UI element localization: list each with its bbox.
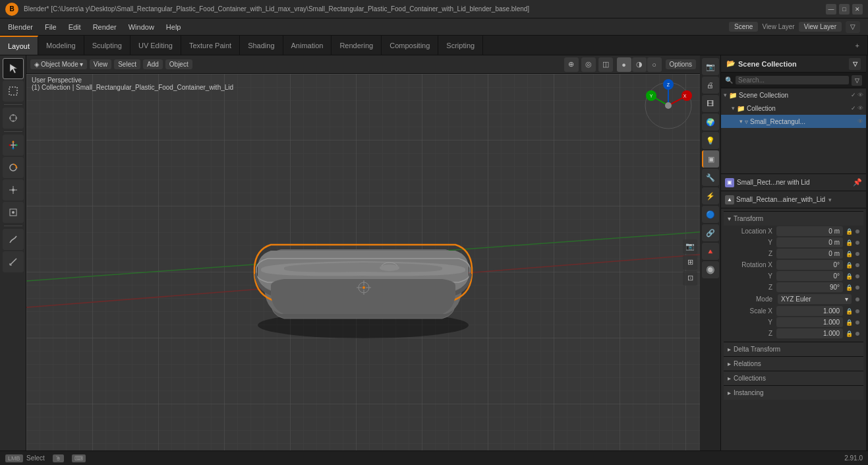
xray-btn[interactable]: ◫	[598, 57, 613, 72]
rendered-btn[interactable]: ○	[647, 57, 662, 72]
keyframe-rx-dot[interactable]	[855, 263, 859, 267]
location-z-field[interactable]: 0 m	[776, 249, 843, 259]
outliner-scene-collection[interactable]: ▾ 📁 Scene Collection ✓ 👁	[721, 88, 866, 102]
keyframe-sx-dot[interactable]	[855, 309, 859, 313]
zoom-extents-icon[interactable]: ⊡	[683, 271, 697, 286]
outliner-collection[interactable]: ▾ 📁 Collection ✓ 👁	[721, 102, 866, 115]
select-menu-btn[interactable]: Select	[114, 59, 140, 69]
options-btn[interactable]: Options	[666, 59, 696, 69]
minimize-button[interactable]: —	[826, 4, 836, 15]
location-x-field[interactable]: 0 m	[776, 226, 843, 236]
prop-tab-render[interactable]: 📷	[702, 58, 719, 75]
cursor-btn[interactable]	[3, 108, 24, 129]
tab-rendering[interactable]: Rendering	[332, 36, 382, 55]
lock-y-icon[interactable]: 🔒	[846, 239, 853, 246]
rotation-x-field[interactable]: 0°	[776, 260, 843, 270]
filter-icon[interactable]: ▽	[846, 21, 860, 33]
instancing-header[interactable]: ▸ Instancing	[724, 385, 863, 400]
menu-edit[interactable]: Edit	[63, 22, 86, 32]
lock-rx-icon[interactable]: 🔒	[846, 262, 853, 268]
dropdown-arrow[interactable]: ▾	[828, 197, 832, 203]
menu-help[interactable]: Help	[161, 22, 187, 32]
prop-tab-object[interactable]: ▣	[702, 150, 719, 168]
menu-window[interactable]: Window	[123, 22, 159, 32]
visibility-check-icon[interactable]: ✓	[851, 92, 856, 98]
menu-blender[interactable]: Blender	[3, 22, 38, 32]
lock-x-icon[interactable]: 🔒	[846, 228, 853, 235]
outliner-object-item[interactable]: ▾ ▿ Small_Rectangul... 👁	[721, 115, 866, 128]
navigation-gizmo[interactable]: X Y Z	[642, 79, 695, 132]
prop-tab-output[interactable]: 🖨	[702, 77, 719, 94]
rotation-z-field[interactable]: 90°	[776, 282, 843, 292]
scale-x-field[interactable]: 1.000	[776, 306, 843, 316]
scale-z-field[interactable]: 1.000	[776, 328, 843, 338]
viewlayer-selector[interactable]: View Layer	[799, 22, 842, 32]
eye-icon-2[interactable]: 👁	[857, 105, 863, 111]
transform-btn[interactable]	[3, 202, 24, 223]
prop-tab-scene[interactable]: 🌍	[702, 113, 719, 131]
grid-view-icon[interactable]: ⊞	[683, 255, 697, 270]
lock-ry-icon[interactable]: 🔒	[846, 273, 853, 280]
rotate-btn[interactable]	[3, 157, 24, 178]
delta-transform-header[interactable]: ▸ Delta Transform	[724, 342, 863, 356]
prop-tab-view[interactable]: 🎞	[702, 95, 719, 112]
keyframe-sz-dot[interactable]	[855, 332, 859, 336]
box-select-btn[interactable]	[3, 80, 24, 102]
menu-file[interactable]: File	[40, 22, 62, 32]
select-tool-btn[interactable]	[3, 58, 24, 79]
lock-rz-icon[interactable]: 🔒	[846, 284, 853, 291]
transform-section-header[interactable]: ▾ Transform	[724, 211, 863, 226]
menu-render[interactable]: Render	[88, 22, 122, 32]
eye-icon-3[interactable]: 👁	[857, 118, 863, 125]
collections-header[interactable]: ▸ Collections	[724, 371, 863, 385]
lock-sx-icon[interactable]: 🔒	[846, 308, 853, 315]
tab-modeling[interactable]: Modeling	[38, 36, 84, 55]
lock-sz-icon[interactable]: 🔒	[846, 330, 853, 337]
object-menu-btn[interactable]: Object	[165, 59, 192, 69]
move-btn[interactable]	[3, 135, 24, 156]
eye-icon[interactable]: 👁	[857, 92, 863, 98]
tab-compositing[interactable]: Compositing	[382, 36, 438, 55]
scale-y-field[interactable]: 1.000	[776, 317, 843, 327]
pin-icon[interactable]: 📌	[853, 178, 862, 187]
gizmo-btn[interactable]: ⊕	[564, 57, 579, 72]
view-menu-btn[interactable]: View	[90, 59, 112, 69]
annotate-btn[interactable]	[3, 229, 24, 250]
tab-animation[interactable]: Animation	[283, 36, 332, 55]
scene-selector[interactable]: Scene	[729, 22, 758, 32]
keyframe-rz-dot[interactable]	[855, 286, 859, 290]
prop-tab-modifiers[interactable]: 🔧	[702, 169, 719, 186]
solid-shading-btn[interactable]: ●	[617, 57, 631, 72]
keyframe-mode-dot[interactable]	[855, 297, 859, 301]
material-preview-btn[interactable]: ◑	[632, 57, 647, 72]
prop-tab-material[interactable]: 🔘	[702, 261, 719, 278]
rotation-mode-select[interactable]: XYZ Euler ▾	[778, 294, 852, 304]
prop-tab-particles[interactable]: ⚡	[702, 187, 719, 204]
prop-tab-constraints[interactable]: 🔗	[702, 224, 719, 241]
viewport[interactable]: ◈ Object Mode ▾ View Select Add Object ⊕…	[26, 55, 700, 450]
keyframe-ry-dot[interactable]	[855, 274, 859, 278]
lock-z-icon[interactable]: 🔒	[846, 251, 853, 257]
maximize-button[interactable]: □	[839, 4, 850, 15]
keyframe-y-dot[interactable]	[855, 241, 859, 245]
add-menu-btn[interactable]: Add	[143, 59, 163, 69]
tab-layout[interactable]: Layout	[0, 36, 38, 55]
location-y-field[interactable]: 0 m	[776, 237, 843, 247]
prop-tab-physics[interactable]: 🔵	[702, 206, 719, 223]
lock-sy-icon[interactable]: 🔒	[846, 319, 853, 326]
tab-scripting[interactable]: Scripting	[438, 36, 483, 55]
tab-add[interactable]: +	[848, 36, 868, 55]
prop-tab-world[interactable]: 💡	[702, 132, 719, 149]
tab-uv-editing[interactable]: UV Editing	[130, 36, 181, 55]
measure-btn[interactable]	[3, 251, 24, 272]
tab-texture-paint[interactable]: Texture Paint	[181, 36, 240, 55]
close-button[interactable]: ✕	[852, 4, 863, 15]
keyframe-x-dot[interactable]	[855, 230, 859, 233]
keyframe-sy-dot[interactable]	[855, 321, 859, 325]
tab-sculpting[interactable]: Sculpting	[84, 36, 130, 55]
mode-selector[interactable]: ◈ Object Mode ▾	[30, 59, 87, 69]
visibility-check-icon-2[interactable]: ✓	[851, 105, 856, 111]
keyframe-z-dot[interactable]	[855, 252, 859, 256]
relations-header[interactable]: ▸ Relations	[724, 356, 863, 371]
prop-tab-data[interactable]: 🔺	[702, 243, 719, 260]
